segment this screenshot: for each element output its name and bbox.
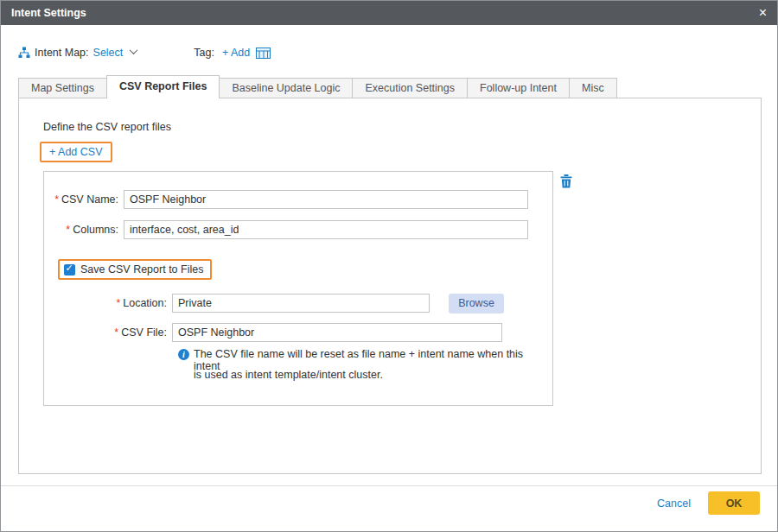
tab-csv-report-files[interactable]: CSV Report Files <box>106 75 220 98</box>
ok-button[interactable]: OK <box>708 491 760 515</box>
tab-misc[interactable]: Misc <box>569 78 617 98</box>
required-marker: * <box>66 224 70 236</box>
columns-input[interactable] <box>124 220 528 239</box>
toolbar: Intent Map: Select Tag: + Add <box>18 44 271 61</box>
footer-divider <box>1 485 777 486</box>
close-icon[interactable]: × <box>759 6 767 20</box>
intent-map-select-link[interactable]: Select <box>93 47 124 59</box>
dialog-title: Intent Settings <box>11 7 86 19</box>
csv-file-input[interactable] <box>172 323 502 342</box>
tag-label: Tag: <box>194 47 214 59</box>
columns-label-text: Columns: <box>73 224 118 236</box>
location-label-text: Location: <box>123 297 167 309</box>
required-marker: * <box>54 193 59 206</box>
intent-map-label: Intent Map: <box>35 47 89 59</box>
tab-baseline-update-logic[interactable]: Baseline Update Logic <box>219 78 353 98</box>
tab-bar: Map Settings CSV Report Files Baseline U… <box>18 76 616 98</box>
save-csv-checkbox[interactable] <box>64 264 75 276</box>
columns-label: *Columns: <box>44 224 118 236</box>
required-marker: * <box>116 297 120 309</box>
csv-name-label: *CSV Name: <box>44 193 118 206</box>
tab-follow-up-intent[interactable]: Follow-up Intent <box>467 78 570 98</box>
tab-execution-settings[interactable]: Execution Settings <box>352 78 468 98</box>
tab-map-settings[interactable]: Map Settings <box>18 78 107 98</box>
tag-manager-icon[interactable] <box>256 48 271 59</box>
csv-name-label-text: CSV Name: <box>61 193 118 206</box>
info-icon: i <box>178 349 189 360</box>
intent-settings-dialog: Intent Settings × Intent Map: Select Tag… <box>0 0 778 532</box>
panel-description: Define the CSV report files <box>43 121 171 133</box>
tag-add-link[interactable]: + Add <box>222 47 250 59</box>
location-input[interactable] <box>172 294 430 313</box>
csv-note-line2: is used as intent template/intent cluste… <box>194 369 383 381</box>
add-csv-highlight: + Add CSV <box>40 142 112 162</box>
csv-file-label: *CSV File: <box>44 326 167 339</box>
csv-entry-card: *CSV Name: *Columns: Save CSV Report to … <box>43 171 553 406</box>
csv-report-files-panel: Define the CSV report files + Add CSV *C… <box>18 98 762 474</box>
csv-file-label-text: CSV File: <box>121 326 167 339</box>
csv-name-input[interactable] <box>124 190 528 209</box>
titlebar: Intent Settings × <box>1 1 777 25</box>
location-label: *Location: <box>44 297 167 309</box>
delete-csv-icon[interactable] <box>560 174 572 192</box>
intent-map-icon <box>18 47 30 59</box>
required-marker: * <box>114 326 118 339</box>
add-csv-link[interactable]: + Add CSV <box>41 143 111 161</box>
chevron-down-icon[interactable] <box>130 46 138 54</box>
save-csv-checkbox-label: Save CSV Report to Files <box>80 263 203 276</box>
browse-button[interactable]: Browse <box>449 294 504 314</box>
cancel-button[interactable]: Cancel <box>657 497 691 510</box>
save-csv-highlight: Save CSV Report to Files <box>58 259 212 280</box>
